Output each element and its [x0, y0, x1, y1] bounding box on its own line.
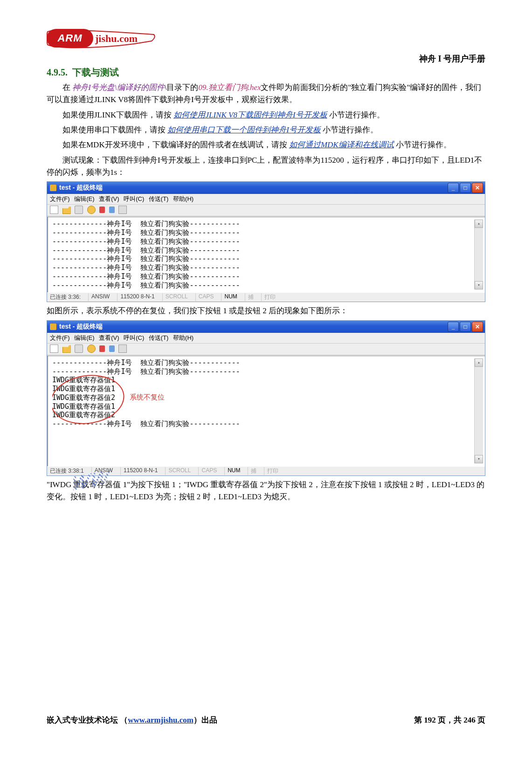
statusbar: 已连接 3:36: ANSIW 115200 8-N-1 SCROLL CAPS… [47, 292, 485, 302]
menubar[interactable]: 文件(F) 编辑(E) 查看(V) 呼叫(C) 传送(T) 帮助(H) [47, 194, 485, 205]
menu-view[interactable]: 查看(V) [99, 195, 119, 202]
manual-title: 神舟 I 号用户手册 [47, 53, 485, 64]
status-scroll: SCROLL [162, 293, 191, 301]
paragraph-2: 如果使用JLINK下载固件，请按 如何使用JLINK V8下载固件到神舟I号开发… [47, 109, 485, 121]
link-hex-file: 09.独立看门狗.hex [198, 83, 261, 92]
scrollbar[interactable]: ▴ ▾ [474, 220, 483, 289]
paragraph-mid: 如图所示，表示系统不停的在复位，我们按下按钮 1 或是按钮 2 后的现象如下图所… [47, 305, 485, 317]
open-icon[interactable] [62, 206, 71, 214]
properties-icon[interactable] [118, 206, 127, 214]
logo-suffix: jishu.com [95, 33, 138, 45]
scroll-up-icon[interactable]: ▴ [475, 358, 483, 367]
footer-left-a: 嵌入式专业技术论坛 （ [47, 716, 128, 724]
maximize-button[interactable]: □ [460, 183, 471, 193]
status-encoding: ANSIW [88, 293, 112, 301]
scroll-down-icon[interactable]: ▾ [475, 281, 483, 289]
save-icon[interactable] [75, 206, 83, 214]
logo: ARM jishu.com [47, 28, 485, 49]
maximize-button[interactable]: □ [460, 322, 471, 332]
footer-left-b: ）出品 [193, 716, 217, 724]
menu-transfer[interactable]: 传送(T) [149, 334, 169, 341]
status-connection: 已连接 3:36: [50, 293, 83, 301]
menu-file[interactable]: 文件(F) [50, 334, 70, 341]
status-caps: CAPS [195, 293, 217, 301]
save-icon[interactable] [75, 345, 83, 353]
terminal-output: -------------神舟I号 独立看门狗实验------------ --… [47, 216, 485, 292]
link-jlink[interactable]: 如何使用JLINK V8下载固件到神舟I号开发板 [173, 110, 327, 119]
menu-help[interactable]: 帮助(H) [173, 195, 193, 202]
annotation-text: 系统不复位 [130, 393, 165, 402]
menu-edit[interactable]: 编辑(E) [74, 334, 94, 341]
section-title: 下载与测试 [72, 67, 119, 77]
titlebar[interactable]: test - 超级终端 _ □ ✕ [47, 321, 485, 333]
logo-badge: ARM [47, 29, 93, 48]
menu-transfer[interactable]: 传送(T) [149, 195, 169, 202]
app-icon [50, 185, 56, 191]
section-number: 4.9.5. [47, 67, 68, 77]
new-icon[interactable] [50, 206, 58, 214]
status-baud: 115200 8-N-1 [117, 293, 157, 301]
paragraph-1: 在 神舟I号光盘\编译好的固件\目录下的09.独立看门狗.hex文件即为前面我们… [47, 82, 485, 106]
link-mdk[interactable]: 如何通过MDK编译和在线调试 [289, 140, 394, 149]
toolbar [47, 205, 485, 216]
minimize-button[interactable]: _ [448, 183, 459, 193]
scroll-down-icon[interactable]: ▾ [475, 455, 483, 463]
terminal-window-2: test - 超级终端 _ □ ✕ 文件(F) 编辑(E) 查看(V) 呼叫(C… [47, 320, 485, 476]
footer-page: 第 192 页，共 246 页 [414, 715, 485, 725]
toolbar [47, 344, 485, 355]
status-scroll: SCROLL [165, 467, 193, 475]
status-print: 打印 [261, 293, 278, 301]
status-capture: 捕 [245, 293, 256, 301]
disconnect-icon[interactable] [99, 207, 105, 213]
close-button[interactable]: ✕ [472, 183, 483, 193]
disconnect-icon[interactable] [99, 345, 105, 352]
send-icon[interactable] [109, 207, 115, 213]
connect-icon[interactable] [87, 206, 96, 214]
link-serial[interactable]: 如何使用串口下载一个固件到神舟I号开发板 [167, 125, 321, 134]
paragraph-4: 如果在MDK开发环境中，下载编译好的固件或者在线调试，请按 如何通过MDK编译和… [47, 139, 485, 151]
titlebar[interactable]: test - 超级终端 _ □ ✕ [47, 182, 485, 194]
menubar[interactable]: 文件(F) 编辑(E) 查看(V) 呼叫(C) 传送(T) 帮助(H) [47, 333, 485, 344]
menu-view[interactable]: 查看(V) [99, 334, 119, 341]
status-caps: CAPS [198, 467, 220, 475]
scroll-up-icon[interactable]: ▴ [475, 220, 483, 228]
menu-call[interactable]: 呼叫(C) [124, 195, 144, 202]
open-icon[interactable] [62, 345, 71, 353]
menu-call[interactable]: 呼叫(C) [124, 334, 144, 341]
close-button[interactable]: ✕ [472, 322, 483, 332]
window-title: test - 超级终端 [59, 323, 103, 331]
paragraph-5: 测试现象：下载固件到神舟I号开发板上，连接串口到PC上，配置波特率为115200… [47, 154, 485, 179]
menu-edit[interactable]: 编辑(E) [74, 195, 94, 202]
minimize-button[interactable]: _ [448, 322, 459, 332]
paragraph-3: 如果使用串口下载固件，请按 如何使用串口下载一个固件到神舟I号开发板 小节进行操… [47, 124, 485, 136]
menu-help[interactable]: 帮助(H) [173, 334, 193, 341]
terminal-output: -------------神舟I号 独立看门狗实验------------ --… [47, 355, 485, 466]
footer: 嵌入式专业技术论坛 （www.armjishu.com）出品 第 192 页，共… [47, 715, 485, 725]
properties-icon[interactable] [118, 345, 127, 353]
app-icon [50, 324, 56, 330]
status-num: NUM [221, 293, 240, 301]
status-capture: 捕 [248, 467, 259, 475]
footer-link[interactable]: www.armjishu.com [128, 716, 193, 724]
scrollbar[interactable]: ▴ ▾ [474, 358, 483, 463]
status-num: NUM [224, 467, 243, 475]
new-icon[interactable] [50, 345, 58, 353]
send-icon[interactable] [109, 345, 115, 352]
connect-icon[interactable] [87, 345, 96, 353]
link-cd-path: 神舟I号光盘\编译好的固件 [72, 83, 164, 92]
window-title: test - 超级终端 [59, 184, 103, 192]
terminal-window-1: test - 超级终端 _ □ ✕ 文件(F) 编辑(E) 查看(V) 呼叫(C… [47, 181, 485, 302]
menu-file[interactable]: 文件(F) [50, 195, 70, 202]
status-print: 打印 [264, 467, 281, 475]
